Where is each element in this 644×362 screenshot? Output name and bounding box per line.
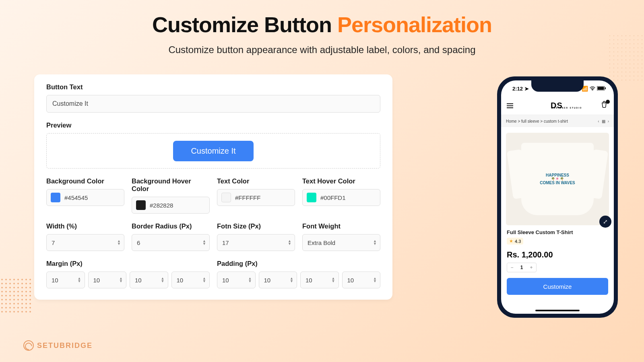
customize-button[interactable]: Customize: [507, 278, 608, 295]
form-card: Button Text Preview Customize It Backgro…: [34, 74, 392, 300]
product-title: Full Sleeve Custom T-Shirt: [507, 229, 608, 235]
bg-hover-color-label: Background Hover Color: [132, 177, 210, 193]
stepper-icon[interactable]: ▲▼: [117, 240, 121, 245]
stepper-icon[interactable]: ▲▼: [290, 277, 293, 283]
padding-right-input[interactable]: 10▲▼: [259, 272, 297, 288]
product-image[interactable]: HAPPINESS 🌴 ☀ 🌴 COMES IN WAVES ⤢: [506, 133, 609, 225]
margin-bottom-input[interactable]: 10▲▼: [130, 272, 168, 288]
stepper-icon[interactable]: ▲▼: [373, 240, 377, 245]
margin-left-value: 10: [177, 277, 184, 284]
bg-hover-color-value: #282828: [150, 202, 173, 209]
phone-mockup: 2:12 ➤ 📶 DS DESIGNER STUDIO Home > full …: [497, 76, 618, 318]
text-hover-color-input[interactable]: #00FFD1: [302, 189, 380, 206]
margin-top-value: 10: [52, 277, 58, 284]
expand-icon[interactable]: ⤢: [599, 216, 611, 228]
stepper-icon[interactable]: ▲▼: [248, 277, 252, 283]
minus-icon[interactable]: −: [507, 263, 517, 272]
stepper-icon[interactable]: ▲▼: [288, 240, 291, 245]
decorative-dots: [608, 34, 644, 82]
bg-hover-color-input[interactable]: #282828: [132, 197, 210, 214]
status-time: 2:12: [512, 86, 523, 92]
rating-badge: ★ 4.3: [507, 238, 523, 245]
qty-value: 1: [517, 263, 526, 272]
padding-bottom-input[interactable]: 10▲▼: [300, 272, 339, 288]
text-color-input[interactable]: #FFFFFF: [217, 189, 295, 206]
stepper-icon[interactable]: ▲▼: [332, 277, 335, 283]
star-icon: ★: [509, 239, 513, 244]
stepper-icon[interactable]: ▲▼: [119, 277, 123, 283]
text-hover-color-label: Text Hover Color: [302, 177, 380, 185]
breadcrumb: Home > full sleeve > custom t-shirt ‹ ▦ …: [501, 115, 614, 127]
font-size-value: 17: [222, 239, 229, 246]
stepper-icon[interactable]: ▲▼: [202, 277, 206, 283]
chevron-left-icon[interactable]: ‹: [598, 119, 599, 123]
preview-button[interactable]: Customize It: [173, 141, 253, 161]
brand-icon: [23, 340, 34, 351]
padding-top-input[interactable]: 10▲▼: [217, 272, 256, 288]
page-header: Customize Button Personalization Customi…: [0, 0, 644, 56]
home-indicator: [535, 310, 580, 311]
breadcrumb-text[interactable]: Home > full sleeve > custom t-shirt: [506, 119, 568, 123]
menu-icon[interactable]: [507, 103, 513, 108]
text-color-label: Text Color: [217, 177, 295, 185]
preview-label: Preview: [46, 121, 380, 129]
padding-left-value: 10: [347, 277, 354, 284]
cart-icon[interactable]: [600, 101, 608, 111]
title-accent: Personalization: [337, 12, 492, 37]
grid-icon[interactable]: ▦: [602, 119, 605, 123]
svg-point-0: [592, 90, 593, 90]
font-weight-input[interactable]: Extra Bold ▲▼: [302, 234, 380, 251]
preview-box: Customize It: [46, 133, 380, 169]
margin-top-input[interactable]: 10▲▼: [46, 272, 85, 288]
wifi-icon: [590, 86, 595, 92]
padding-left-input[interactable]: 10▲▼: [342, 272, 381, 288]
store-tagline: DESIGNER STUDIO: [551, 107, 582, 109]
padding-label: Padding (Px): [217, 260, 380, 267]
phone-notch: [531, 80, 584, 92]
bg-color-input[interactable]: #454545: [46, 189, 124, 206]
svg-rect-2: [598, 86, 604, 90]
decorative-dots: [0, 278, 32, 314]
store-logo[interactable]: DS DESIGNER STUDIO: [551, 101, 563, 110]
margin-right-input[interactable]: 10▲▼: [88, 272, 127, 288]
location-icon: ➤: [524, 86, 529, 92]
bg-color-label: Background Color: [46, 177, 124, 185]
bg-hover-color-swatch: [136, 200, 146, 210]
text-hover-color-value: #00FFD1: [320, 194, 346, 201]
text-color-swatch: [221, 193, 231, 202]
stepper-icon[interactable]: ▲▼: [373, 277, 377, 283]
rating-value: 4.3: [515, 239, 521, 244]
font-weight-label: Font Weight: [302, 222, 380, 230]
padding-right-value: 10: [264, 277, 271, 284]
stepper-icon[interactable]: ▲▼: [161, 277, 165, 283]
page-subtitle: Customize button appearance with adjusta…: [0, 44, 644, 56]
bg-color-swatch: [51, 193, 60, 202]
graphic-text-1: HAPPINESS: [540, 173, 575, 177]
width-input[interactable]: 7 ▲▼: [46, 234, 124, 251]
battery-icon: [597, 86, 606, 92]
font-size-input[interactable]: 17 ▲▼: [217, 234, 295, 251]
margin-right-value: 10: [93, 277, 100, 284]
margin-label: Margin (Px): [46, 260, 210, 267]
plus-icon[interactable]: +: [526, 263, 536, 272]
button-text-input[interactable]: [46, 95, 380, 113]
page-title: Customize Button Personalization: [0, 12, 644, 37]
chevron-right-icon[interactable]: ›: [608, 119, 609, 123]
margin-left-input[interactable]: 10▲▼: [171, 272, 210, 288]
border-radius-input[interactable]: 6 ▲▼: [132, 234, 210, 251]
tshirt-graphic: HAPPINESS 🌴 ☀ 🌴 COMES IN WAVES: [521, 143, 594, 215]
font-size-label: Fotn Size (Px): [217, 222, 295, 230]
margin-bottom-value: 10: [135, 277, 142, 284]
text-color-value: #FFFFFF: [235, 194, 260, 201]
font-weight-value: Extra Bold: [308, 239, 335, 246]
width-label: Width (%): [46, 222, 124, 230]
title-part-1: Customize Button: [152, 12, 337, 37]
stepper-icon[interactable]: ▲▼: [78, 277, 81, 283]
store-header: DS DESIGNER STUDIO: [501, 97, 614, 115]
stepper-icon[interactable]: ▲▼: [202, 240, 206, 245]
cart-badge: [606, 100, 610, 104]
border-radius-value: 6: [137, 239, 140, 246]
quantity-stepper[interactable]: − 1 +: [507, 263, 537, 272]
text-hover-color-swatch: [307, 193, 316, 202]
bg-color-value: #454545: [64, 194, 88, 201]
